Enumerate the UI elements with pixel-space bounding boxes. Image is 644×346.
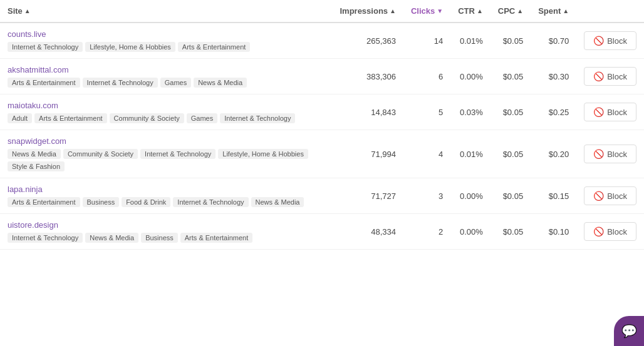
- sort-site-icon: ▲: [24, 8, 31, 14]
- tag-label: Internet & Technology: [220, 113, 295, 123]
- tag-label: News & Media: [85, 233, 138, 243]
- table-row: lapa.ninjaArts & EntertainmentBusinessFo…: [0, 178, 644, 214]
- sort-clicks-icon: ▼: [437, 8, 443, 14]
- impressions-cell-1: 383,306: [332, 59, 403, 94]
- sort-ctr-button[interactable]: CTR ▲: [458, 6, 483, 16]
- block-icon: 🚫: [593, 107, 604, 117]
- block-button-1[interactable]: 🚫Block: [584, 67, 636, 86]
- site-link-5[interactable]: uistore.design: [8, 220, 58, 230]
- clicks-cell-4: 3: [403, 178, 450, 214]
- block-label: Block: [607, 72, 627, 81]
- spent-cell-2: $0.25: [531, 94, 576, 130]
- action-cell-2: 🚫Block: [576, 94, 644, 130]
- sort-cpc-button[interactable]: CPC ▲: [498, 6, 523, 16]
- table-body: counts.liveInternet & TechnologyLifestyl…: [0, 23, 644, 250]
- sort-ctr-icon: ▲: [477, 8, 483, 14]
- site-link-0[interactable]: counts.live: [8, 29, 46, 39]
- ctr-cell-4: 0.00%: [450, 178, 491, 214]
- tag-label: Community & Society: [110, 113, 184, 123]
- tag-label: Internet & Technology: [8, 233, 83, 243]
- tag-label: Internet & Technology: [140, 149, 216, 159]
- header-clicks[interactable]: Clicks ▼: [403, 0, 450, 23]
- tag-label: Lifestyle, Home & Hobbies: [218, 149, 308, 159]
- clicks-cell-5: 2: [403, 214, 450, 250]
- sort-spent-button[interactable]: Spent ▲: [538, 6, 569, 16]
- spent-cell-5: $0.10: [531, 214, 576, 250]
- spent-cell-1: $0.30: [531, 59, 576, 94]
- site-cell-2: maiotaku.comAdultArts & EntertainmentCom…: [0, 94, 332, 130]
- ctr-cell-0: 0.01%: [450, 23, 491, 59]
- spent-cell-4: $0.15: [531, 178, 576, 214]
- tag-label: News & Media: [194, 78, 247, 88]
- sort-site-button[interactable]: Site ▲: [8, 6, 31, 16]
- header-ctr[interactable]: CTR ▲: [450, 0, 491, 23]
- ctr-cell-1: 0.00%: [450, 59, 491, 94]
- spent-cell-3: $0.20: [531, 130, 576, 178]
- block-label: Block: [607, 108, 627, 117]
- header-cpc[interactable]: CPC ▲: [491, 0, 531, 23]
- cpc-cell-5: $0.05: [491, 214, 531, 250]
- tag-label: Business: [141, 233, 178, 243]
- action-cell-5: 🚫Block: [576, 214, 644, 250]
- table-header: Site ▲Impressions ▲Clicks ▼CTR ▲CPC ▲Spe…: [0, 0, 644, 23]
- tag-label: Lifestyle, Home & Hobbies: [85, 42, 175, 52]
- header-spent[interactable]: Spent ▲: [531, 0, 576, 23]
- site-link-2[interactable]: maiotaku.com: [8, 101, 58, 110]
- block-label: Block: [607, 191, 627, 201]
- site-link-1[interactable]: akshatmittal.com: [8, 65, 69, 74]
- block-icon: 🚫: [593, 71, 604, 81]
- ctr-cell-2: 0.03%: [450, 94, 491, 130]
- block-button-2[interactable]: 🚫Block: [584, 103, 636, 121]
- block-label: Block: [607, 227, 627, 237]
- impressions-cell-4: 71,727: [332, 178, 403, 214]
- table-row: counts.liveInternet & TechnologyLifestyl…: [0, 23, 644, 59]
- tag-label: Business: [83, 197, 120, 207]
- action-cell-0: 🚫Block: [576, 23, 644, 59]
- tag-label: Arts & Entertainment: [8, 197, 80, 207]
- spent-cell-0: $0.70: [531, 23, 576, 59]
- action-cell-4: 🚫Block: [576, 178, 644, 214]
- tag-label: Arts & Entertainment: [34, 113, 107, 123]
- site-cell-1: akshatmittal.comArts & EntertainmentInte…: [0, 59, 332, 94]
- block-label: Block: [607, 150, 627, 159]
- impressions-cell-2: 14,843: [332, 94, 403, 130]
- site-cell-3: snapwidget.comNews & MediaCommunity & So…: [0, 130, 332, 178]
- table-row: snapwidget.comNews & MediaCommunity & So…: [0, 130, 644, 178]
- site-cell-0: counts.liveInternet & TechnologyLifestyl…: [0, 23, 332, 59]
- impressions-cell-5: 48,334: [332, 214, 403, 250]
- tag-label: Games: [187, 113, 217, 123]
- block-icon: 🚫: [593, 226, 604, 237]
- tag-label: Games: [160, 78, 191, 88]
- table-row: uistore.designInternet & TechnologyNews …: [0, 214, 644, 250]
- site-cell-4: lapa.ninjaArts & EntertainmentBusinessFo…: [0, 178, 332, 214]
- block-label: Block: [607, 36, 627, 46]
- block-button-4[interactable]: 🚫Block: [584, 186, 636, 205]
- sort-impressions-icon: ▲: [390, 8, 396, 14]
- site-link-4[interactable]: lapa.ninja: [8, 185, 43, 194]
- tag-label: Internet & Technology: [8, 42, 83, 52]
- block-icon: 🚫: [593, 191, 604, 201]
- table-row: maiotaku.comAdultArts & EntertainmentCom…: [0, 94, 644, 130]
- site-link-3[interactable]: snapwidget.com: [8, 136, 66, 146]
- tag-label: Arts & Entertainment: [178, 42, 251, 52]
- cpc-cell-0: $0.05: [491, 23, 531, 59]
- header-site[interactable]: Site ▲: [0, 0, 332, 23]
- ctr-cell-3: 0.01%: [450, 130, 491, 178]
- block-button-3[interactable]: 🚫Block: [584, 145, 636, 163]
- sites-table: Site ▲Impressions ▲Clicks ▼CTR ▲CPC ▲Spe…: [0, 0, 644, 250]
- clicks-cell-0: 14: [403, 23, 450, 59]
- block-icon: 🚫: [593, 149, 604, 159]
- tag-label: Style & Fashion: [8, 161, 65, 171]
- header-impressions[interactable]: Impressions ▲: [332, 0, 403, 23]
- tag-label: Internet & Technology: [83, 78, 158, 88]
- tag-label: Arts & Entertainment: [8, 78, 80, 88]
- clicks-cell-3: 4: [403, 130, 450, 178]
- sort-clicks-button[interactable]: Clicks ▼: [411, 6, 443, 16]
- block-button-5[interactable]: 🚫Block: [584, 222, 636, 241]
- block-button-0[interactable]: 🚫Block: [584, 31, 636, 50]
- tag-label: Adult: [8, 113, 32, 123]
- site-cell-5: uistore.designInternet & TechnologyNews …: [0, 214, 332, 250]
- cpc-cell-2: $0.05: [491, 94, 531, 130]
- sort-impressions-button[interactable]: Impressions ▲: [340, 6, 396, 16]
- header-action: [576, 0, 644, 23]
